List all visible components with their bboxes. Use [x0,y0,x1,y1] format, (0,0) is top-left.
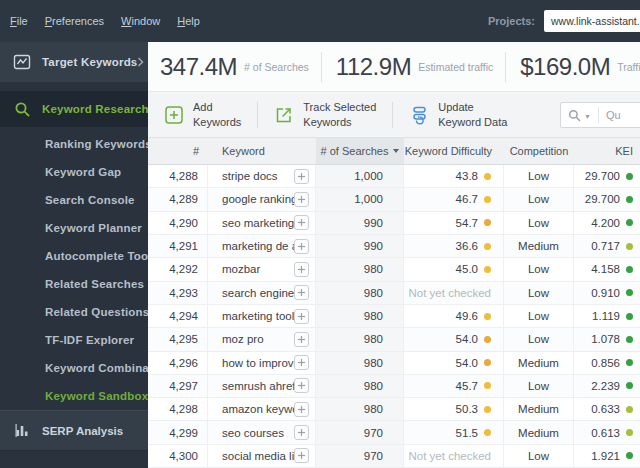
add-to-tracking-button[interactable] [294,448,309,463]
add-to-tracking-button[interactable] [294,425,309,440]
track-selected-keywords-button[interactable]: Track SelectedKeywords [274,100,376,129]
sidebar-divider [0,82,148,91]
update-keyword-data-button[interactable]: UpdateKeyword Data [409,100,507,129]
project-selector[interactable]: www.link-assistant.co [544,10,640,32]
menu-item-preferences[interactable]: Preferences [45,15,104,27]
add-to-tracking-button[interactable] [294,378,309,393]
sidebar-item-related-questions[interactable]: Related Questions [0,298,148,326]
keyword-text: search engine o... [222,287,294,299]
keyword-cell: seo marketing a... [208,212,316,234]
difficulty-value: 49.6 [456,310,478,322]
stats-bar: 347.4M# of Searches112.9MEstimated traff… [148,42,640,92]
sidebar-item-related-searches[interactable]: Related Searches [0,270,148,298]
column-header-keyword[interactable]: Keyword [208,138,316,164]
kei-dot [626,289,633,296]
arrow-up-right-icon [274,105,294,125]
keyword-text: semrush ahrefs [222,380,294,392]
add-keywords-button[interactable]: AddKeywords [164,100,241,129]
table-row[interactable]: 4,291marketing de afil...99036.6Medium0.… [148,235,640,258]
column-header-kei[interactable]: KEI [574,138,640,164]
difficulty-value: 45.0 [456,263,478,275]
row-number: 4,295 [148,328,208,350]
table-row[interactable]: 4,294marketing tools98049.6Low1.119 [148,305,640,328]
stat-value: 112.9M [336,53,411,81]
searches-cell: 980 [316,305,404,327]
row-number: 4,299 [148,421,208,443]
add-to-tracking-button[interactable] [294,332,309,347]
sidebar-item-autocomplete-tools[interactable]: Autocomplete Tools [0,242,148,270]
sidebar-item-keyword-sandbox[interactable]: Keyword Sandbox [0,382,148,410]
kei-cell: 1.921 [574,445,640,467]
table-row[interactable]: 4,296how to improve ...98054.0Medium0.85… [148,352,640,375]
column-header-difficulty[interactable]: Keyword Difficulty [404,138,504,164]
kei-value: 1.078 [591,333,620,345]
add-to-tracking-button[interactable] [294,169,309,184]
table-row[interactable]: 4,288stripe docs1,00043.8Low29.700 [148,165,640,188]
keyword-text: moz pro [222,333,294,345]
competition-cell: Medium [504,421,574,443]
table-row[interactable]: 4,290seo marketing a...99054.7Low4.200 [148,212,640,235]
add-to-tracking-button[interactable] [294,285,309,300]
keyword-cell: search engine o... [208,282,316,304]
keyword-research-submenu: Ranking KeywordsKeyword GapSearch Consol… [0,127,148,410]
sidebar-item-tf-idf-explorer[interactable]: TF-IDF Explorer [0,326,148,354]
difficulty-value: 36.6 [456,240,478,252]
add-to-tracking-button[interactable] [294,192,309,207]
sidebar-item-keyword-gap[interactable]: Keyword Gap [0,158,148,186]
sidebar-item-keyword-research[interactable]: Keyword Research [0,91,148,127]
table-row[interactable]: 4,289google ranking tr...1,00046.7Low29.… [148,188,640,211]
column-header-searches[interactable]: # of Searches [316,138,404,164]
searches-cell: 980 [316,398,404,420]
difficulty-dot [484,336,491,343]
add-to-tracking-button[interactable] [294,239,309,254]
table-row[interactable]: 4,298amazon keywor...98050.3Medium0.633 [148,398,640,421]
table-row[interactable]: 4,293search engine o...980Not yet checke… [148,282,640,305]
sidebar-item-ranking-keywords[interactable]: Ranking Keywords [0,130,148,158]
competition-cell: Medium [504,398,574,420]
sidebar-item-keyword-planner[interactable]: Keyword Planner [0,214,148,242]
add-to-tracking-button[interactable] [294,262,309,277]
menu-item-file[interactable]: File [10,15,28,27]
add-to-tracking-button[interactable] [294,215,309,230]
keyword-text: seo courses [222,427,294,439]
searches-cell: 980 [316,375,404,397]
competition-cell: Medium [504,352,574,374]
searches-cell: 980 [316,282,404,304]
projects-label: Projects: [488,15,535,27]
sidebar-item-serp-analysis[interactable]: SERP Analysis [0,410,148,450]
quick-filter-search[interactable]: ▼ Qu [560,102,640,128]
column-header-competition[interactable]: Competition [504,138,574,164]
difficulty-dot [484,173,491,180]
toolbar-divider [392,102,393,128]
kei-dot [626,173,633,180]
difficulty-cell: 46.7 [404,188,504,210]
sidebar-footer [0,450,148,468]
menu-item-help[interactable]: Help [177,15,200,27]
table-row[interactable]: 4,292mozbar98045.0Low4.158 [148,258,640,281]
search-icon [568,109,581,122]
table-row[interactable]: 4,297semrush ahrefs98045.7Low2.239 [148,375,640,398]
column-header-index[interactable]: # [148,138,208,164]
add-to-tracking-button[interactable] [294,402,309,417]
keyword-text: social media list... [222,450,294,462]
difficulty-cell: 54.0 [404,352,504,374]
searches-cell: 1,000 [316,165,404,187]
table-row[interactable]: 4,300social media list...970Not yet chec… [148,445,640,468]
searches-cell: 970 [316,421,404,443]
sidebar-item-keyword-combinations[interactable]: Keyword Combinations [0,354,148,382]
add-to-tracking-button[interactable] [294,355,309,370]
toolbar-divider [257,102,258,128]
table-row[interactable]: 4,299seo courses97051.5Medium0.613 [148,421,640,444]
searches-cell: 980 [316,352,404,374]
sidebar-item-target-keywords[interactable]: Target Keywords [0,42,148,82]
keyword-cell: marketing de afil... [208,235,316,257]
kei-value: 0.613 [591,427,620,439]
add-to-tracking-button[interactable] [294,309,309,324]
stat-estimated-traffic: 112.9MEstimated traffic [336,52,506,82]
menu-item-window[interactable]: Window [121,15,160,27]
table-row[interactable]: 4,295moz pro98054.0Low1.078 [148,328,640,351]
not-yet-checked-label: Not yet checked [409,287,491,299]
bar-chart-icon [13,422,31,440]
sidebar-item-search-console[interactable]: Search Console [0,186,148,214]
rank-tracker-window: FilePreferencesWindowHelp Projects: www.… [0,0,640,468]
